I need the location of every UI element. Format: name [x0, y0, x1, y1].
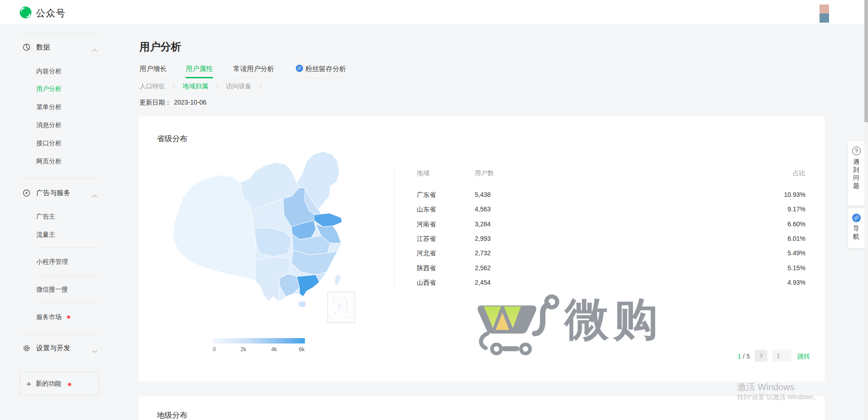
sidebar: 数据 内容分析 用户分析 菜单分析 消息分析 接口分析 网页分析 广告与服务 广… — [19, 25, 100, 420]
cell-users: 2,454 — [475, 279, 491, 286]
header-pct: 占比 — [793, 169, 805, 177]
divider — [36, 248, 100, 248]
divider — [19, 334, 100, 334]
cell-users: 3,284 — [475, 220, 491, 228]
cell-users: 2,732 — [475, 249, 491, 257]
separator: | — [260, 82, 261, 89]
sidebar-item-content-analysis[interactable]: 内容分析 — [36, 67, 62, 76]
pagination-jump-link[interactable]: 跳转 — [797, 353, 810, 361]
sidebar-item-webpage-analysis[interactable]: 网页分析 — [36, 157, 62, 166]
cell-users: 4,563 — [475, 205, 491, 213]
legend-tick: 0 — [207, 346, 221, 353]
subtab-region[interactable]: 地域归属 — [183, 82, 208, 90]
help-label: 遇到问题 — [853, 158, 860, 190]
avatar[interactable] — [820, 5, 829, 23]
page-title: 用户分析 — [140, 40, 181, 54]
notification-dot — [67, 315, 70, 319]
navigation-icon — [852, 214, 861, 222]
sidebar-item-user-analysis[interactable]: 用户分析 — [36, 84, 62, 93]
subtab-devices[interactable]: 访问设备 — [226, 82, 251, 90]
tab-label: 用户属性 — [186, 65, 213, 72]
tab-fan-retention[interactable]: 粉丝留存分析 — [305, 65, 346, 78]
watermark-text: 微购 — [564, 290, 662, 350]
cell-region: 陕西省 — [417, 264, 436, 272]
divider — [19, 178, 100, 178]
divider — [19, 33, 100, 33]
tab-user-attributes[interactable]: 用户属性 — [186, 65, 213, 78]
watermark: 微购 — [475, 292, 679, 360]
pagination-page-input[interactable] — [772, 350, 791, 362]
scrollbar-thumb[interactable] — [864, 0, 868, 122]
avatar-bottom — [820, 14, 829, 23]
tab-user-growth[interactable]: 用户增长 — [140, 65, 167, 78]
sidebar-section-ads-services[interactable]: 广告与服务 — [19, 188, 70, 198]
south-china-sea-inset — [328, 292, 355, 323]
subtab-demographics[interactable]: 人口特征 — [140, 82, 165, 90]
pagination-next-button[interactable] — [755, 350, 767, 362]
sidebar-section-settings-dev[interactable]: 设置与开发 — [19, 343, 70, 353]
table-row: 山西省 2,454 4.93% — [139, 279, 825, 287]
help-floating-button[interactable]: ? 遇到问题 — [848, 141, 864, 205]
sidebar-item-traffic-owner[interactable]: 流量主 — [36, 230, 55, 239]
header-users: 用户数 — [475, 169, 494, 177]
sidebar-section-data[interactable]: 数据 — [19, 42, 50, 52]
cell-region: 山东省 — [417, 205, 436, 214]
top-bar: 公众号 — [0, 0, 868, 25]
update-date-row: 更新日期：2023-10-06 — [140, 99, 207, 107]
sidebar-section-label: 广告与服务 — [36, 189, 70, 197]
sidebar-section-label: 数据 — [36, 43, 50, 52]
chevron-up-icon — [92, 191, 97, 200]
chevron-up-icon — [92, 46, 97, 54]
brand-name: 公众号 — [36, 7, 66, 19]
cell-region: 广东省 — [417, 191, 436, 199]
new-feature-label: 新的功能 — [36, 380, 61, 388]
cell-pct: 9.17% — [787, 205, 805, 213]
legend-tick: 6k — [295, 346, 309, 353]
city-distribution-card: 地级分布 — [139, 396, 825, 420]
cell-users: 2,562 — [475, 264, 491, 272]
map-legend-gradient — [213, 338, 305, 344]
cell-region: 江苏省 — [417, 235, 436, 243]
question-mark-icon: ? — [852, 147, 861, 155]
wechat-official-account-logo-icon[interactable] — [19, 6, 32, 20]
compass-icon — [23, 189, 30, 197]
cell-region: 河南省 — [417, 220, 436, 229]
sidebar-item-menu-analysis[interactable]: 菜单分析 — [36, 102, 62, 111]
tab-regular-readers[interactable]: 常读用户分析 — [233, 65, 274, 78]
divider — [36, 275, 100, 276]
sidebar-item-advertiser[interactable]: 广告主 — [36, 212, 55, 221]
new-feature-button[interactable]: + 新的功能 — [20, 372, 99, 396]
pagination-current: 1 — [738, 353, 741, 360]
cell-pct: 5.49% — [787, 249, 805, 257]
table-row: 河北省 2,732 5.49% — [139, 249, 825, 258]
table-row: 广东省 5,438 10.93% — [139, 191, 825, 199]
cell-region: 山西省 — [417, 279, 436, 287]
sidebar-item-message-analysis[interactable]: 消息分析 — [36, 120, 62, 129]
sidebar-item-miniprogram[interactable]: 小程序管理 — [36, 257, 68, 266]
cell-region: 河北省 — [417, 249, 436, 258]
legend-tick: 4k — [267, 346, 281, 353]
legend-tick: 2k — [236, 346, 250, 353]
pagination-separator: / — [741, 353, 747, 360]
province-distribution-card: 省级分布 — [139, 116, 825, 382]
plus-icon: + — [26, 380, 31, 388]
navigation-floating-button[interactable]: 导航 — [848, 208, 864, 248]
chevron-right-icon — [758, 353, 763, 358]
divider — [36, 302, 100, 303]
sidebar-item-api-analysis[interactable]: 接口分析 — [36, 138, 62, 148]
sidebar-section-label: 设置与开发 — [36, 344, 70, 353]
fan-retention-icon — [296, 65, 303, 73]
table-row: 江苏省 2,993 6.01% — [139, 235, 825, 243]
avatar-top — [820, 5, 829, 14]
tab-label: 粉丝留存分析 — [305, 65, 346, 72]
gear-icon — [23, 344, 30, 352]
header-region: 地域 — [417, 169, 429, 177]
sidebar-item-wechat-search[interactable]: 微信搜一搜 — [36, 285, 68, 294]
cell-pct: 4.93% — [787, 279, 805, 286]
scrollbar-track[interactable] — [864, 0, 868, 420]
cell-pct: 6.60% — [787, 220, 805, 228]
update-date-label: 更新日期： — [140, 99, 171, 106]
card-title: 地级分布 — [157, 410, 188, 420]
sidebar-item-service-market[interactable]: 服务市场 — [36, 312, 62, 321]
pie-chart-icon — [23, 43, 30, 51]
